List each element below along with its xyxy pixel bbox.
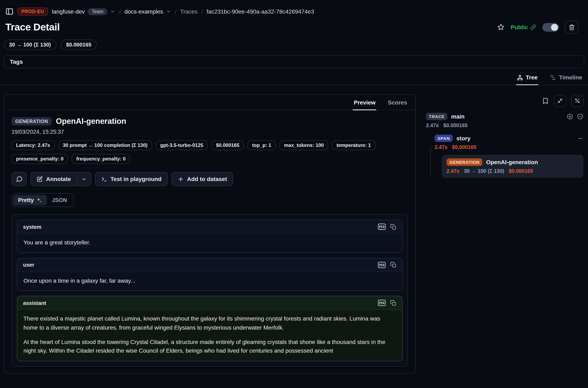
actions-row: Annotate Test in playground Add to datas… [12, 172, 408, 186]
observation-name: OpenAI-generation [56, 117, 126, 126]
bookmark-icon [542, 97, 549, 104]
observation-title-row: GENERATION OpenAI-generation [12, 117, 408, 126]
tree-toolbar [426, 94, 584, 107]
message-assistant: assistant There existed a majestic plane… [17, 296, 403, 362]
tab-timeline[interactable]: Timeline [549, 73, 583, 85]
token-badge: 30 prompt → 100 completion (Σ 130) [58, 140, 152, 150]
span-latency: 2.47s [435, 145, 448, 150]
trace-detail-page: PROD-EU langfuse-dev Team / docs-example… [0, 0, 588, 388]
message-role: assistant [23, 300, 46, 306]
breadcrumb-traces-link[interactable]: Traces [180, 8, 198, 15]
tree-node-generation[interactable]: GENERATION OpenAI-generation 2.47s 30 → … [442, 155, 584, 178]
observation-badges: Latency: 2.47s 30 prompt → 100 completio… [12, 140, 408, 164]
panel-tabs: Preview Scores [4, 95, 415, 110]
generation-metrics: 2.47s 30 → 100 (Σ 130) $0.000165 [447, 168, 579, 174]
test-in-playground-button[interactable]: Test in playground [95, 172, 168, 186]
tags-section[interactable]: Tags [4, 55, 584, 68]
content: Preview Scores GENERATION OpenAI-generat… [0, 85, 588, 374]
latency-badge: Latency: 2.47s [12, 140, 54, 150]
tab-preview[interactable]: Preview [353, 95, 376, 110]
message-actions [378, 300, 396, 306]
public-toggle[interactable] [542, 23, 559, 31]
metrics-toggle-button[interactable] [571, 95, 584, 107]
copy-icon[interactable] [390, 224, 396, 230]
circle-plus-icon [567, 113, 573, 120]
expand-all-button[interactable] [567, 113, 573, 120]
temperature-badge: temperature: 1 [332, 140, 375, 150]
annotate-button[interactable]: Annotate [30, 172, 77, 186]
bookmark-star-button[interactable] [497, 24, 504, 31]
message-header: system [17, 220, 402, 233]
public-link[interactable]: Public [511, 24, 536, 30]
breadcrumb-separator: / [201, 8, 203, 15]
format-json-button[interactable]: JSON [47, 195, 72, 205]
tree-controls [567, 113, 584, 120]
observation-panel: Preview Scores GENERATION OpenAI-generat… [4, 94, 416, 374]
collapse-view-button[interactable] [554, 95, 566, 107]
generation-cost: $0.000165 [509, 168, 533, 174]
panel-left-icon [5, 7, 14, 16]
chevron-down-icon [166, 9, 171, 14]
message-paragraph: There existed a majestic planet called L… [23, 315, 396, 333]
title-row: Trace Detail Public [5, 21, 578, 34]
message-content: Once upon a time in a galaxy far, far aw… [17, 271, 402, 291]
trace-latency: 2.47s [426, 123, 439, 128]
presence-penalty-badge: presence_penalty: 0 [12, 154, 68, 164]
bookmark-button[interactable] [542, 97, 549, 104]
link-icon [530, 24, 536, 30]
tree-node-trace[interactable]: TRACE main 2.47s $0.000165 [426, 113, 584, 128]
message-paragraph: At the heart of Lumina stood the towerin… [23, 338, 396, 356]
tab-tree[interactable]: Tree [516, 73, 539, 85]
trace-name: main [451, 113, 464, 120]
terminal-icon [101, 176, 107, 182]
annotate-button-group: Annotate [30, 172, 91, 186]
copy-icon[interactable] [390, 300, 396, 306]
collapse-all-button[interactable] [577, 113, 584, 120]
model-badge[interactable]: gpt-3.5-turbo-0125 [156, 140, 208, 150]
format-pretty-button[interactable]: Pretty [13, 195, 47, 205]
delete-trace-button[interactable] [565, 21, 578, 34]
title-actions: Public [497, 21, 578, 34]
markdown-toggle-icon[interactable] [378, 223, 386, 230]
observation-type-badge: GENERATION [12, 117, 52, 125]
add-to-dataset-button[interactable]: Add to dataset [171, 172, 233, 186]
breadcrumb-project[interactable]: docs-examples [124, 8, 171, 15]
total-cost-badge: $0.000165 [61, 40, 97, 50]
breadcrumb-org[interactable]: langfuse-dev Team [52, 8, 115, 15]
comment-button[interactable] [12, 172, 27, 186]
view-tabs: Tree Timeline [0, 73, 588, 85]
message-role: system [23, 224, 42, 230]
markdown-toggle-icon[interactable] [378, 262, 386, 268]
copy-icon[interactable] [390, 262, 396, 268]
breadcrumb-separator: / [119, 8, 121, 15]
minus-icon [577, 135, 584, 141]
breadcrumb-trace-id: fac231bc-90ee-490a-aa32-78c4269474e3 [207, 8, 314, 15]
frequency-penalty-badge: frequency_penalty: 0 [72, 154, 130, 164]
max-tokens-badge: max_tokens: 100 [279, 140, 328, 150]
tree-node-span[interactable]: SPAN story [435, 135, 584, 142]
format-toggle: Pretty JSON [12, 194, 74, 207]
message-role: user [23, 262, 34, 268]
message-header: user [17, 258, 402, 271]
span-name: story [456, 135, 470, 142]
toggle-knob [551, 24, 558, 31]
chevron-down-icon [81, 176, 87, 182]
tab-tree-label: Tree [526, 74, 538, 81]
message-paragraph: You are a great storyteller. [23, 238, 396, 247]
message-header: assistant [17, 296, 402, 310]
annotate-dropdown-button[interactable] [77, 172, 91, 186]
tree-span-group: SPAN story 2.47s $0.000165 GENERATION [435, 135, 584, 178]
collapse-span-button[interactable] [577, 135, 584, 141]
markdown-toggle-icon[interactable] [378, 300, 386, 306]
visibility-label: Public [511, 24, 528, 30]
sidebar-toggle-button[interactable] [5, 7, 14, 16]
timeline-icon [550, 74, 556, 80]
trash-icon [568, 24, 575, 30]
message-paragraph: Once upon a time in a galaxy far, far aw… [23, 276, 396, 285]
plus-icon [178, 176, 184, 182]
panel-body: GENERATION OpenAI-generation 19/03/2024,… [4, 110, 415, 373]
trace-node-row: TRACE main [426, 113, 584, 120]
token-usage-badge: 30 → 100 (Σ 130) [4, 40, 56, 50]
tab-scores[interactable]: Scores [387, 95, 408, 110]
minimize-icon [557, 98, 563, 104]
